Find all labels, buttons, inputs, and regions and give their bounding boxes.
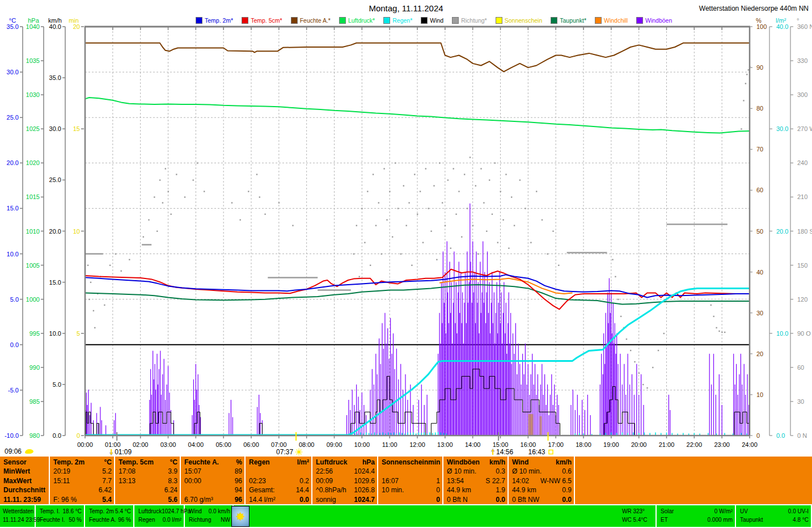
svg-text:35.0: 35.0 bbox=[49, 74, 61, 81]
statusbar-section: Temp. I.18.6 °CFeuchte I.50 % bbox=[37, 505, 85, 527]
svg-text:12:00: 12:00 bbox=[409, 441, 425, 448]
svg-text:90: 90 bbox=[756, 64, 763, 71]
table-column-temp-5cm: Temp. 5cm°C17:083.913:138.36.245.6 bbox=[115, 457, 181, 504]
svg-text:50: 50 bbox=[756, 228, 763, 235]
table-row-label: MinWert bbox=[3, 467, 46, 476]
table-cell-row: 0 Bft NW0.0 bbox=[512, 495, 572, 504]
daylight-icon bbox=[25, 449, 33, 454]
table-column-header: Temp. 5cm°C bbox=[119, 458, 177, 467]
svg-text:07:37: 07:37 bbox=[276, 448, 293, 456]
table-column-header: Windkm/h bbox=[512, 458, 572, 467]
statusbar-section: Luftdruck1024.7 hPaRegen0.0 l/m² bbox=[136, 505, 185, 527]
table-cell-row: 0 Bft N0.0 bbox=[447, 495, 505, 504]
statusbar-entry: Feuchte I.50 % bbox=[40, 516, 82, 524]
svg-text:0.0: 0.0 bbox=[10, 341, 19, 348]
svg-text:20:00: 20:00 bbox=[631, 441, 647, 448]
svg-text:0.0: 0.0 bbox=[53, 432, 61, 439]
table-column-sonnenschein: Sonnenscheinmin16:07110 min.00 bbox=[378, 457, 443, 504]
svg-text:1040: 1040 bbox=[26, 23, 40, 30]
table-column-luftdruck: LuftdruckhPa22:561024.400:091029.6^0.8hP… bbox=[312, 457, 378, 504]
svg-text:180 S: 180 S bbox=[797, 228, 812, 235]
svg-text:25.0: 25.0 bbox=[7, 114, 19, 121]
table-cell-row bbox=[249, 467, 309, 476]
svg-text:14:56: 14:56 bbox=[496, 448, 513, 456]
svg-text:10.0: 10.0 bbox=[776, 330, 788, 337]
svg-text:60: 60 bbox=[797, 364, 804, 371]
svg-text:0.0: 0.0 bbox=[776, 432, 785, 439]
table-column-header: Windböenkm/h bbox=[447, 458, 505, 467]
table-cell-row bbox=[382, 467, 440, 476]
statusbar-entry: WR 323° bbox=[622, 507, 653, 516]
statusbar-entry: WC 5.4°C bbox=[622, 516, 653, 524]
table-column-windb-en: Windböenkm/hØ 10 min.0.313:54S 22.744.9 … bbox=[443, 457, 509, 504]
svg-text:60: 60 bbox=[756, 187, 763, 193]
statusbar-entry: ET0.000 mm bbox=[661, 516, 733, 524]
svg-text:30.0: 30.0 bbox=[7, 69, 19, 75]
svg-text:21:00: 21:00 bbox=[659, 441, 675, 448]
table-cell-row: 20:195.2 bbox=[53, 467, 112, 476]
table-cell-row: 5.6 bbox=[119, 495, 177, 504]
svg-text:40: 40 bbox=[756, 269, 763, 276]
svg-text:07:00: 07:00 bbox=[271, 441, 287, 448]
svg-text:03:00: 03:00 bbox=[160, 441, 176, 448]
moon-down-icon bbox=[109, 449, 113, 455]
svg-text:22:00: 22:00 bbox=[687, 441, 703, 448]
weather-app-window: { "header": { "title": "Montag, 11.11.20… bbox=[0, 0, 812, 528]
svg-text:05:00: 05:00 bbox=[215, 441, 231, 448]
svg-text:14:00: 14:00 bbox=[465, 441, 481, 448]
table-cell-row: Gesamt:14.4 bbox=[249, 485, 309, 495]
svg-text:16:00: 16:00 bbox=[521, 441, 536, 448]
svg-text:0: 0 bbox=[756, 432, 760, 439]
svg-text:270 W: 270 W bbox=[797, 125, 812, 132]
svg-text:990: 990 bbox=[29, 364, 40, 371]
svg-text:30.0: 30.0 bbox=[776, 125, 788, 132]
statusbar-section: Temp. 2m5.4 °CFeuchte A.96 % bbox=[86, 505, 134, 527]
table-column-regen: Regenl/m²02:230.2Gesamt:14.414.4 l/m²0.0 bbox=[246, 457, 312, 504]
svg-text:01:09: 01:09 bbox=[115, 448, 132, 456]
svg-text:10.0: 10.0 bbox=[49, 330, 61, 337]
table-cell-row: 00:0096 bbox=[184, 476, 242, 485]
svg-text:08:00: 08:00 bbox=[299, 441, 315, 448]
svg-text:330: 330 bbox=[797, 57, 807, 64]
svg-text:1015: 1015 bbox=[26, 193, 40, 200]
svg-text:04:00: 04:00 bbox=[188, 441, 204, 448]
statusbar-entry: Temp. I.18.6 °C bbox=[40, 507, 82, 516]
table-cell-row: 10 min.0 bbox=[382, 485, 440, 495]
svg-text:80: 80 bbox=[756, 105, 763, 112]
statusbar-section: Solar0 W/m²ET0.000 mm bbox=[658, 505, 736, 527]
svg-text:1030: 1030 bbox=[26, 91, 40, 98]
table-cell-row: 94 bbox=[184, 485, 242, 495]
weather-symbol-sun-icon: ✸ bbox=[231, 506, 249, 527]
svg-text:1025: 1025 bbox=[26, 125, 40, 132]
table-cell-row: 02:230.2 bbox=[249, 476, 309, 485]
table-column-header: Temp. 2m°C bbox=[53, 458, 112, 467]
svg-text:210: 210 bbox=[797, 193, 807, 200]
statusbar-section: Wetterdaten11.11.24 23:59 bbox=[0, 505, 36, 527]
svg-text:11:00: 11:00 bbox=[382, 441, 397, 448]
svg-text:09:06: 09:06 bbox=[5, 447, 22, 455]
svg-text:120: 120 bbox=[797, 296, 807, 303]
table-cell-row: Ø 10 min.0.6 bbox=[512, 467, 572, 476]
table-cell-row: 13:138.3 bbox=[119, 476, 177, 485]
table-row-label: Durchschnitt bbox=[3, 485, 46, 495]
table-cell-row: 14:02W-NW 6.5 bbox=[512, 476, 572, 485]
statusbar-entry: Luftdruck1024.7 hPa bbox=[138, 507, 181, 516]
svg-text:5: 5 bbox=[77, 330, 80, 337]
svg-text:20: 20 bbox=[73, 23, 80, 30]
statusbar-entry: Feuchte A.96 % bbox=[89, 516, 131, 524]
svg-text:17:00: 17:00 bbox=[548, 441, 564, 448]
svg-text:1005: 1005 bbox=[26, 262, 40, 269]
svg-text:25.0: 25.0 bbox=[49, 176, 61, 183]
svg-text:16:43: 16:43 bbox=[528, 448, 545, 456]
svg-text:985: 985 bbox=[29, 398, 40, 405]
table-cell-row: 0 bbox=[382, 495, 440, 504]
svg-text:10:00: 10:00 bbox=[354, 441, 370, 448]
table-cell-row: 17:083.9 bbox=[119, 467, 177, 476]
svg-text:02:00: 02:00 bbox=[133, 441, 149, 448]
moon-up-icon bbox=[491, 449, 494, 455]
divider bbox=[0, 504, 812, 505]
table-column-header: LuftdruckhPa bbox=[316, 458, 375, 467]
svg-text:1020: 1020 bbox=[26, 159, 40, 166]
svg-text:40.0: 40.0 bbox=[49, 23, 61, 30]
svg-text:10: 10 bbox=[73, 228, 80, 235]
